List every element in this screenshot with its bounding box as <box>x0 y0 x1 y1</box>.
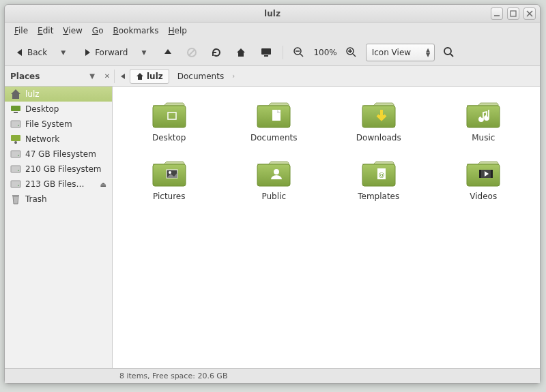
file-manager-window: lulz File Edit View Go Bookmarks Help Ba… <box>4 4 541 384</box>
svg-point-28 <box>18 185 19 186</box>
menubar: File Edit View Go Bookmarks Help <box>5 22 540 39</box>
search-icon <box>444 47 455 58</box>
svg-rect-40 <box>257 164 290 186</box>
svg-rect-47 <box>479 170 481 178</box>
folder-icon <box>360 99 398 130</box>
window-controls <box>491 7 536 20</box>
home-icon <box>235 47 246 58</box>
reload-icon <box>211 47 222 58</box>
back-history-dropdown[interactable]: ▼ <box>56 43 74 62</box>
disk-icon <box>10 149 21 160</box>
forward-history-dropdown[interactable]: ▼ <box>136 43 154 62</box>
folder-templates[interactable]: @Templates <box>336 157 422 201</box>
svg-rect-21 <box>11 135 20 141</box>
folder-label: Desktop <box>152 133 186 142</box>
status-text: 8 items, Free space: 20.6 GB <box>119 372 227 380</box>
arrow-right-icon <box>83 48 92 57</box>
svg-rect-25 <box>11 166 20 172</box>
folder-label: Music <box>472 133 495 142</box>
sidebar-item-label: Desktop <box>25 104 59 114</box>
zoom-out-icon <box>293 47 304 58</box>
svg-rect-48 <box>491 170 493 178</box>
sidebar-item-label: Network <box>25 134 59 144</box>
menu-edit[interactable]: Edit <box>33 25 57 37</box>
folder-label: Videos <box>470 192 497 201</box>
folder-icon <box>464 157 502 189</box>
svg-rect-1 <box>511 11 516 16</box>
window-title: lulz <box>264 9 281 18</box>
svg-rect-6 <box>261 48 271 55</box>
body: lulzDesktopFile SystemNetwork47 GB Files… <box>5 87 540 368</box>
breadcrumb-documents[interactable]: Documents <box>172 70 229 83</box>
sidebar-item-210-gb-filesystem[interactable]: 210 GB Filesystem <box>5 162 112 177</box>
svg-point-22 <box>14 141 17 144</box>
svg-line-5 <box>189 50 195 55</box>
menu-view[interactable]: View <box>59 25 86 37</box>
maximize-button[interactable] <box>507 7 519 20</box>
icon-view-area[interactable]: DesktopDocumentsDownloadsMusicPicturesPu… <box>113 87 540 368</box>
sidebar-item-label: File System <box>25 119 72 129</box>
sidebar-item-213-gb-files-[interactable]: 213 GB Files…⏏ <box>5 177 112 192</box>
desktop-icon <box>10 104 21 115</box>
menu-help[interactable]: Help <box>164 25 191 37</box>
close-button[interactable] <box>523 7 536 20</box>
places-sidebar: lulzDesktopFile SystemNetwork47 GB Files… <box>5 87 113 368</box>
sidebar-item-network[interactable]: Network <box>5 132 112 147</box>
folder-label: Documents <box>250 133 297 142</box>
sidebar-item-47-gb-filesystem[interactable]: 47 GB Filesystem <box>5 147 112 162</box>
zoom-out-button[interactable] <box>289 43 309 62</box>
folder-desktop[interactable]: Desktop <box>126 99 212 142</box>
svg-rect-18 <box>14 112 18 113</box>
search-button[interactable] <box>439 43 459 62</box>
disk-icon <box>10 164 21 175</box>
minimize-button[interactable] <box>491 7 503 20</box>
arrow-up-icon <box>163 48 173 57</box>
arrow-left-icon <box>15 48 25 57</box>
svg-rect-32 <box>272 110 281 121</box>
computer-button[interactable] <box>255 43 277 62</box>
home-button[interactable] <box>231 43 251 62</box>
places-close-button[interactable]: ✕ <box>102 71 113 82</box>
svg-point-35 <box>485 117 489 120</box>
svg-line-12 <box>353 54 356 57</box>
folder-label: Downloads <box>356 133 401 142</box>
places-collapse-button[interactable]: ▼ <box>87 71 98 82</box>
zoom-in-button[interactable] <box>341 43 362 62</box>
view-mode-select[interactable]: Icon View ▲▼ <box>366 44 435 61</box>
folder-music[interactable]: Music <box>441 99 527 142</box>
folder-label: Pictures <box>153 192 186 201</box>
eject-icon[interactable]: ⏏ <box>100 181 106 188</box>
home-icon <box>136 72 144 80</box>
folder-icon <box>255 157 293 189</box>
folder-documents[interactable]: Documents <box>231 99 317 142</box>
folder-videos[interactable]: Videos <box>441 157 527 201</box>
path-back-button[interactable] <box>116 71 130 82</box>
svg-rect-17 <box>11 106 20 111</box>
zoom-in-icon <box>346 47 357 58</box>
sidebar-item-trash[interactable]: Trash <box>5 192 112 207</box>
sidebar-item-label: 213 GB Files… <box>25 179 84 189</box>
menu-file[interactable]: File <box>10 25 32 37</box>
places-header: Places ▼ ✕ <box>10 71 113 82</box>
svg-rect-29 <box>12 195 19 196</box>
toolbar-separator <box>283 46 283 59</box>
forward-button[interactable]: Forward <box>78 43 132 62</box>
up-button[interactable] <box>158 43 177 62</box>
network-icon <box>10 134 21 145</box>
sidebar-item-file-system[interactable]: File System <box>5 117 112 132</box>
menu-bookmarks[interactable]: Bookmarks <box>109 25 162 37</box>
svg-rect-7 <box>264 55 268 57</box>
menu-go[interactable]: Go <box>88 25 108 37</box>
sidebar-item-desktop[interactable]: Desktop <box>5 102 112 117</box>
svg-line-16 <box>450 54 453 57</box>
reload-button[interactable] <box>206 43 227 62</box>
folder-pictures[interactable]: Pictures <box>126 157 212 201</box>
spinner-icon: ▲▼ <box>426 48 430 57</box>
stop-button[interactable] <box>182 43 202 62</box>
folder-downloads[interactable]: Downloads <box>336 99 422 142</box>
folder-public[interactable]: Public <box>231 157 317 201</box>
breadcrumb-home[interactable]: lulz <box>130 69 169 84</box>
back-button[interactable]: Back <box>10 43 52 62</box>
svg-rect-23 <box>11 151 20 157</box>
sidebar-item-lulz[interactable]: lulz <box>5 87 112 102</box>
